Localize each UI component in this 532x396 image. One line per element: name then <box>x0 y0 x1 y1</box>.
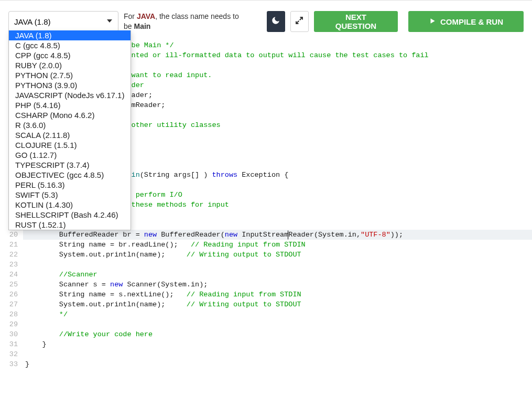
language-option[interactable]: PERL (5.16.3) <box>9 180 131 190</box>
language-option[interactable]: SWIFT (5.3) <box>9 190 131 200</box>
language-option[interactable]: RUBY (2.0.0) <box>9 60 131 70</box>
code-line[interactable]: */ <box>23 309 532 319</box>
line-number: 31 <box>0 339 18 349</box>
language-option[interactable]: PYTHON (2.7.5) <box>9 70 131 80</box>
language-option[interactable]: PHP (5.4.16) <box>9 100 131 110</box>
language-dropdown: JAVA (1.8)C (gcc 4.8.5)CPP (gcc 4.8.5)RU… <box>8 30 131 230</box>
line-number: 23 <box>0 260 18 270</box>
line-number: 24 <box>0 270 18 280</box>
text-caret <box>288 230 288 239</box>
code-line[interactable]: System.out.println(name); // Writing out… <box>23 299 532 309</box>
language-option[interactable]: JAVA (1.8) <box>9 30 131 40</box>
language-option[interactable]: TYPESCRIPT (3.7.4) <box>9 160 131 170</box>
line-number: 26 <box>0 290 18 299</box>
next-question-button[interactable]: NEXT QUESTION <box>314 11 398 32</box>
line-number: 32 <box>0 349 18 359</box>
language-option[interactable]: SHELLSCRIPT (Bash 4.2.46) <box>9 210 131 220</box>
play-icon <box>429 17 436 26</box>
language-option[interactable]: SCALA (2.11.8) <box>9 130 131 140</box>
code-line[interactable]: //Scanner <box>23 270 532 280</box>
code-line[interactable]: Scanner s = new Scanner(System.in); <box>23 280 532 290</box>
line-number: 21 <box>0 240 18 250</box>
language-select[interactable]: JAVA (1.8) <box>8 11 118 32</box>
line-number: 30 <box>0 329 18 339</box>
line-number: 29 <box>0 319 18 329</box>
language-option[interactable]: RUST (1.52.1) <box>9 220 131 230</box>
fullscreen-button[interactable] <box>290 11 309 32</box>
language-option[interactable]: GO (1.12.7) <box>9 150 131 160</box>
language-option[interactable]: CSHARP (Mono 4.6.2) <box>9 110 131 120</box>
theme-toggle-button[interactable] <box>267 11 285 32</box>
line-number: 20 <box>0 230 18 240</box>
language-option[interactable]: KOTLIN (1.4.30) <box>9 200 131 210</box>
language-select-wrap: JAVA (1.8) <box>8 11 118 32</box>
language-option[interactable]: PYTHON3 (3.9.0) <box>9 80 131 90</box>
language-option[interactable]: CPP (gcc 4.8.5) <box>9 50 131 60</box>
compile-run-button[interactable]: COMPILE & RUN <box>408 11 524 32</box>
code-line[interactable]: System.out.println(name); // Writing out… <box>23 250 532 260</box>
code-line[interactable] <box>23 349 532 359</box>
code-line[interactable]: } <box>23 339 532 349</box>
line-number: 33 <box>0 359 18 369</box>
code-line[interactable] <box>23 319 532 329</box>
line-number: 25 <box>0 280 18 290</box>
line-number: 22 <box>0 250 18 260</box>
language-option[interactable]: CLOJURE (1.5.1) <box>9 140 131 150</box>
class-name-hint: For JAVA, the class name needs to be Mai… <box>124 12 247 31</box>
code-line[interactable]: //Write your code here <box>23 329 532 339</box>
code-line[interactable]: String name = br.readLine(); // Reading … <box>23 240 532 250</box>
language-option[interactable]: R (3.6.0) <box>9 120 131 130</box>
expand-icon <box>295 16 304 28</box>
language-option[interactable]: OBJECTIVEC (gcc 4.8.5) <box>9 170 131 180</box>
moon-icon <box>271 16 280 28</box>
line-number: 27 <box>0 299 18 309</box>
code-line[interactable]: } <box>23 359 532 369</box>
language-option[interactable]: C (gcc 4.8.5) <box>9 40 131 50</box>
code-line[interactable]: String name = s.nextLine(); // Reading i… <box>23 290 532 299</box>
code-line[interactable]: BufferedReader br = new BufferedReader(n… <box>23 230 532 240</box>
code-line[interactable] <box>23 260 532 270</box>
language-option[interactable]: JAVASCRIPT (NodeJs v6.17.1) <box>9 90 131 100</box>
line-number: 28 <box>0 309 18 319</box>
